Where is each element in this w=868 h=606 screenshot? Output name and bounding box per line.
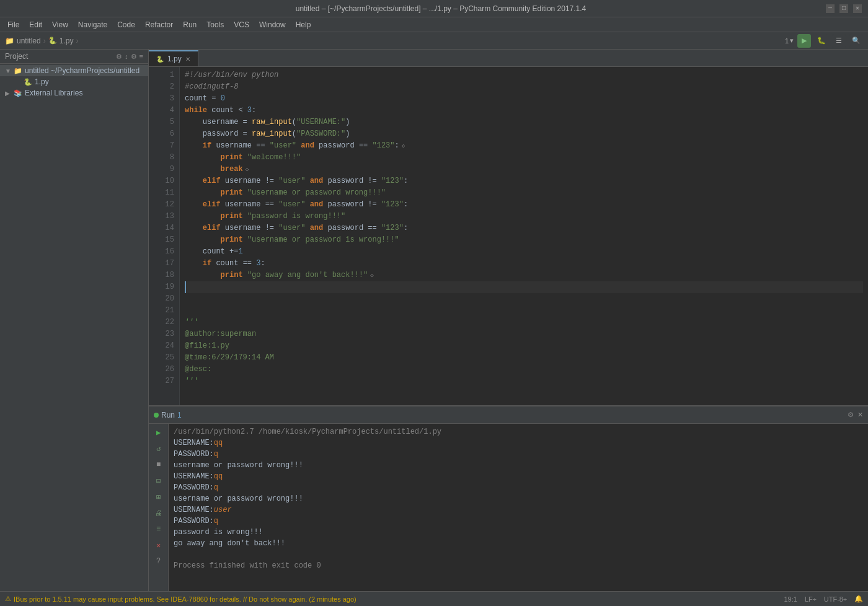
menu-item-edit[interactable]: Edit xyxy=(24,17,47,32)
menu-item-navigate[interactable]: Navigate xyxy=(73,17,112,32)
menu-item-help[interactable]: Help xyxy=(291,17,316,32)
code-line-23: @author:superman xyxy=(185,328,863,340)
main-area: Project ⚙ ↕ ⚙ ≡ ▼ 📁 untitled ~/PycharmPr… xyxy=(0,50,868,591)
notification-icon: 🔔 xyxy=(854,595,863,603)
run-tree-button[interactable]: ≡ xyxy=(153,523,165,535)
run-wrap-button[interactable]: ⊞ xyxy=(153,491,165,503)
minimize-button[interactable]: ─ xyxy=(826,4,835,13)
code-line-18: print "go away ang don't back!!!"◇ xyxy=(185,270,863,281)
line-ending[interactable]: LF÷ xyxy=(805,595,817,603)
run-config-dropdown[interactable]: 1 ▾ xyxy=(785,37,794,45)
code-line-7: if username == "user" and password == "1… xyxy=(185,140,863,152)
run-finish-line: Process finished with exit code 0 xyxy=(174,561,321,570)
menu-bar[interactable]: FileEditViewNavigateCodeRefactorRunTools… xyxy=(0,17,868,32)
menu-item-refactor[interactable]: Refactor xyxy=(140,17,178,32)
code-line-6: password = raw_input("PASSWORD:") xyxy=(185,128,863,140)
code-line-27: ''' xyxy=(185,375,863,387)
debug-button[interactable]: 🐛 xyxy=(815,34,828,48)
breadcrumb-file[interactable]: 1.py xyxy=(60,37,74,45)
run-sidebar: ▶ ↺ ■ ⊟ ⊞ 🖨 ≡ ✕ ? xyxy=(149,424,169,591)
tree-item-project[interactable]: ▼ 📁 untitled ~/PycharmProjects/untitled xyxy=(0,65,148,76)
code-line-12: elif username == "user" and password != … xyxy=(185,199,863,211)
run-rerun-button[interactable]: ↺ xyxy=(153,442,165,455)
code-line-20 xyxy=(185,293,863,305)
settings-icon[interactable]: ⚙ xyxy=(116,53,122,61)
code-line-21 xyxy=(185,305,863,317)
run-print-button[interactable]: 🖨 xyxy=(153,507,165,519)
code-line-19 xyxy=(185,281,863,293)
project-label: Project xyxy=(5,52,113,61)
code-line-5: username = raw_input("USERNAME:") xyxy=(185,116,863,128)
menu-item-file[interactable]: File xyxy=(2,17,24,32)
breadcrumb-bar: 📁 untitled › 🐍 1.py › 1 ▾ ▶ 🐛 ☰ 🔍 xyxy=(0,32,868,50)
code-editor[interactable]: 12345 678910 1112131415 1617181920 21222… xyxy=(149,67,868,405)
close-button[interactable]: ✕ xyxy=(853,4,862,13)
code-line-22: ''' xyxy=(185,317,863,328)
menu-item-code[interactable]: Code xyxy=(112,17,140,32)
tree-item-libraries[interactable]: ▶ 📚 External Libraries xyxy=(0,87,148,99)
tab-1py[interactable]: 🐍 1.py ✕ xyxy=(149,50,198,66)
code-line-15: print "username or password is wrong!!!" xyxy=(185,234,863,246)
status-message[interactable]: IBus prior to 1.5.11 may cause input pro… xyxy=(14,595,782,603)
bottom-controls[interactable]: ⚙ ✕ xyxy=(848,411,863,419)
run-scroll-button[interactable]: ⊟ xyxy=(153,475,165,487)
run-output-line-9: password is wrong!!! xyxy=(174,528,263,537)
coverage-button[interactable]: ☰ xyxy=(832,34,846,48)
run-status-dot xyxy=(154,413,159,418)
menu-item-window[interactable]: Window xyxy=(254,17,291,32)
run-output-line-7: USERNAME:user xyxy=(174,506,232,514)
run-stop-button[interactable]: ■ xyxy=(153,459,165,471)
tree-lib-label: External Libraries xyxy=(25,89,82,97)
run-tab[interactable]: Run 1 xyxy=(154,411,182,419)
gear-icon[interactable]: ⚙ xyxy=(131,53,137,61)
run-play-button[interactable]: ▶ xyxy=(153,426,165,439)
run-tab-label: Run xyxy=(161,411,175,419)
breadcrumb-project[interactable]: untitled xyxy=(17,37,41,45)
cursor-position[interactable]: 19:1 xyxy=(784,595,797,603)
run-output-line-4: USERNAME:qq xyxy=(174,472,223,481)
restore-button[interactable]: □ xyxy=(839,4,848,13)
bottom-close-icon[interactable]: ✕ xyxy=(857,411,863,419)
search-button[interactable]: 🔍 xyxy=(849,34,863,48)
code-content[interactable]: #!/usr/bin/env python #codingutf-8 count… xyxy=(180,67,868,405)
run-help-button[interactable]: ? xyxy=(153,555,165,568)
line-numbers: 12345 678910 1112131415 1617181920 21222… xyxy=(149,67,180,405)
menu-item-run[interactable]: Run xyxy=(178,17,202,32)
run-button[interactable]: ▶ xyxy=(797,34,811,48)
menu-item-vcs[interactable]: VCS xyxy=(229,17,254,32)
tree-file-label: 1.py xyxy=(35,77,49,86)
sidebar-tree: ▼ 📁 untitled ~/PycharmProjects/untitled … xyxy=(0,64,148,591)
warning-icon: ⚠ xyxy=(5,595,11,603)
code-line-14: elif username != "user" and password == … xyxy=(185,222,863,234)
status-right: 19:1 LF÷ UTF-8÷ 🔔 xyxy=(784,595,864,603)
editor-area: 🐍 1.py ✕ 12345 678910 1112131415 1617181… xyxy=(149,50,868,591)
bottom-settings-icon[interactable]: ⚙ xyxy=(848,411,854,419)
menu-item-tools[interactable]: Tools xyxy=(202,17,229,32)
run-command-line: /usr/bin/python2.7 /home/kiosk/PycharmPr… xyxy=(174,428,441,436)
run-output-line-1: USERNAME:qq xyxy=(174,439,223,447)
python-file-icon: 🐍 xyxy=(24,78,32,86)
code-line-1: #!/usr/bin/env python xyxy=(185,69,863,81)
tab-close-button[interactable]: ✕ xyxy=(185,56,190,63)
tree-item-file[interactable]: 🐍 1.py xyxy=(0,76,148,87)
sidebar: Project ⚙ ↕ ⚙ ≡ ▼ 📁 untitled ~/PycharmPr… xyxy=(0,50,149,591)
code-line-8: print "welcome!!!" xyxy=(185,152,863,164)
window-controls[interactable]: ─ □ ✕ xyxy=(826,4,862,13)
run-output-line-10: go away ang don't back!!! xyxy=(174,539,285,548)
collapse-icon[interactable]: ≡ xyxy=(140,53,143,61)
menu-item-view[interactable]: View xyxy=(47,17,73,32)
tab-bar: 🐍 1.py ✕ xyxy=(149,50,868,67)
run-content[interactable]: /usr/bin/python2.7 /home/kiosk/PycharmPr… xyxy=(169,424,868,591)
run-close-output-button[interactable]: ✕ xyxy=(153,539,165,551)
sidebar-icons[interactable]: ⚙ ↕ ⚙ ≡ xyxy=(116,53,143,61)
run-config-label: 1 xyxy=(785,37,789,45)
run-output-line-5: PASSWORD:q xyxy=(174,483,218,492)
sync-icon[interactable]: ↕ xyxy=(125,53,128,61)
bottom-panel: Run 1 ⚙ ✕ ▶ ↺ ■ ⊟ ⊞ 🖨 ≡ ✕ ? xyxy=(149,405,868,591)
run-output-line-6: username or password wrong!!! xyxy=(174,494,303,503)
window-title: untitled – [~/PycharmProjects/untitled] … xyxy=(56,4,826,13)
code-line-2: #codingutf-8 xyxy=(185,81,863,93)
run-output-line-3: username or password wrong!!! xyxy=(174,461,303,470)
encoding[interactable]: UTF-8÷ xyxy=(824,595,847,603)
title-bar: untitled – [~/PycharmProjects/untitled] … xyxy=(0,0,868,17)
